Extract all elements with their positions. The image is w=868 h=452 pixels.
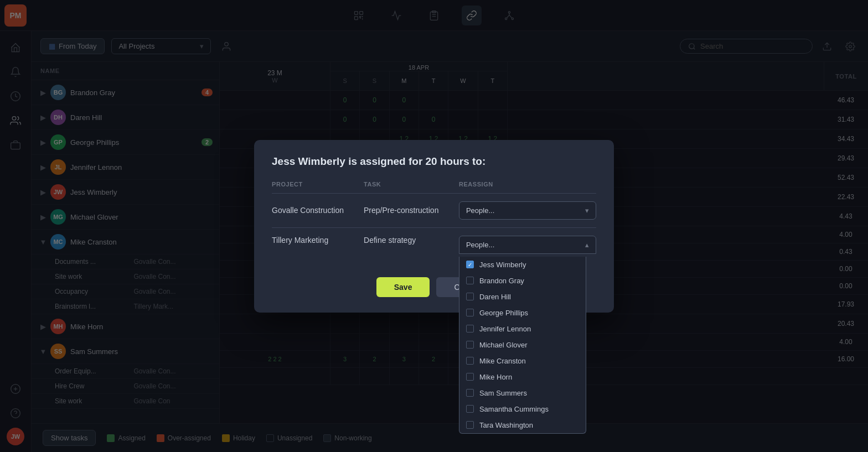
checkbox-jess[interactable]: ✓: [466, 261, 474, 268]
dropdown-item-daren[interactable]: Daren Hill: [459, 289, 586, 305]
dropdown-person-name: Mike Horn: [479, 373, 512, 381]
dropdown-person-name: Tara Washington: [479, 421, 533, 429]
people-dropdown-1[interactable]: People... ▾: [459, 201, 596, 220]
people-dropdown-2-open[interactable]: People... ▴: [459, 236, 596, 254]
dropdown-person-name: Samantha Cummings: [479, 405, 549, 413]
dropdown-person-name: Jennifer Lennon: [479, 325, 531, 333]
dropdown-item-mike-c[interactable]: Mike Cranston: [459, 353, 586, 369]
chevron-up-icon: ▴: [585, 241, 589, 249]
dropdown-person-name: Jess Wimberly: [479, 261, 526, 269]
dropdown-person-name: Michael Glover: [479, 341, 528, 349]
reassign-cell[interactable]: People... ▾: [459, 193, 596, 227]
checkbox-jennifer[interactable]: [466, 325, 474, 332]
checkbox-tara[interactable]: [466, 421, 474, 429]
modal-title: Jess Wimberly is assigned for 20 hours t…: [272, 155, 596, 168]
task-cell: Define strategy: [364, 227, 459, 262]
project-cell: Govalle Construction: [272, 193, 364, 227]
dropdown-item-sam[interactable]: Sam Summers: [459, 385, 586, 401]
dropdown-label: People...: [466, 206, 494, 215]
dropdown-item-mike-h[interactable]: Mike Horn: [459, 369, 586, 385]
dropdown-person-name: Daren Hill: [479, 293, 511, 301]
checkbox-sam[interactable]: [466, 389, 474, 397]
checkbox-george[interactable]: [466, 309, 474, 316]
checkbox-mike-c[interactable]: [466, 357, 474, 365]
dropdown-item-samantha[interactable]: Samantha Cummings: [459, 401, 586, 417]
dropdown-item-jennifer[interactable]: Jennifer Lennon: [459, 321, 586, 337]
dropdown-label: People...: [466, 241, 494, 249]
modal-overlay: Jess Wimberly is assigned for 20 hours t…: [0, 0, 868, 452]
task-cell: Prep/Pre-construction: [364, 193, 459, 227]
col-project-header: PROJECT: [272, 181, 364, 194]
checkbox-mike-h[interactable]: [466, 373, 474, 381]
dropdown-item-brandon[interactable]: Brandon Gray: [459, 273, 586, 289]
checkbox-brandon[interactable]: [466, 277, 474, 284]
checkbox-michael[interactable]: [466, 341, 474, 349]
col-reassign-header: REASSIGN: [459, 181, 596, 194]
checkbox-samantha[interactable]: [466, 405, 474, 413]
save-button[interactable]: Save: [376, 277, 430, 297]
dropdown-person-name: Mike Cranston: [479, 357, 526, 365]
project-cell: Tillery Marketing: [272, 227, 364, 262]
dropdown-item-jess[interactable]: ✓ Jess Wimberly: [459, 257, 586, 273]
dropdown-item-george[interactable]: George Phillips: [459, 305, 586, 321]
dropdown-list: ✓ Jess Wimberly Brandon Gray Daren Hill: [459, 257, 586, 434]
chevron-down-icon: ▾: [585, 206, 589, 215]
dropdown-person-name: George Phillips: [479, 309, 528, 317]
checkbox-daren[interactable]: [466, 293, 474, 300]
col-task-header: TASK: [364, 181, 459, 194]
dropdown-item-michael[interactable]: Michael Glover: [459, 337, 586, 353]
reassign-cell-open[interactable]: People... ▴ ✓ Jess Wimberly: [459, 227, 596, 262]
dropdown-person-name: Sam Summers: [479, 389, 527, 397]
dropdown-item-tara[interactable]: Tara Washington: [459, 417, 586, 433]
dropdown-person-name: Brandon Gray: [479, 277, 524, 285]
modal: Jess Wimberly is assigned for 20 hours t…: [254, 140, 614, 313]
